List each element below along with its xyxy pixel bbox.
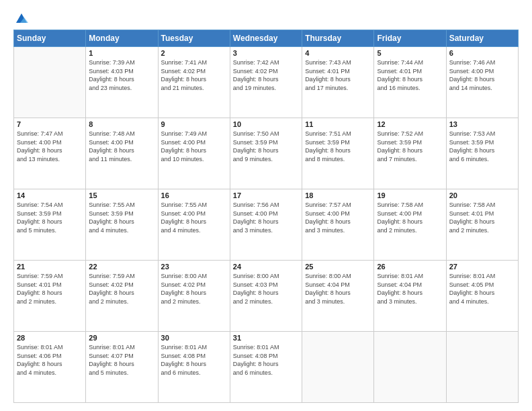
day-info: Sunrise: 7:49 AMSunset: 4:00 PMDaylight:… [161, 130, 227, 163]
day-number: 21 [17, 263, 83, 271]
calendar-cell: 23Sunrise: 8:00 AMSunset: 4:02 PMDayligh… [158, 261, 230, 332]
day-number: 20 [449, 191, 515, 199]
calendar-cell: 4Sunrise: 7:43 AMSunset: 4:01 PMDaylight… [302, 47, 374, 118]
calendar-cell: 10Sunrise: 7:50 AMSunset: 3:59 PMDayligh… [230, 118, 302, 189]
day-info: Sunrise: 7:39 AMSunset: 4:03 PMDaylight:… [89, 58, 154, 92]
calendar-cell: 18Sunrise: 7:57 AMSunset: 4:00 PMDayligh… [302, 189, 374, 261]
day-info: Sunrise: 7:58 AMSunset: 4:01 PMDaylight:… [449, 201, 515, 234]
day-number: 25 [305, 263, 371, 271]
calendar-cell: 21Sunrise: 7:59 AMSunset: 4:01 PMDayligh… [14, 261, 86, 332]
day-info: Sunrise: 7:46 AMSunset: 4:00 PMDaylight:… [449, 58, 515, 92]
day-info: Sunrise: 7:41 AMSunset: 4:02 PMDaylight:… [161, 58, 227, 92]
day-info: Sunrise: 7:55 AMSunset: 3:59 PMDaylight:… [89, 201, 154, 234]
day-number: 3 [233, 49, 299, 57]
day-number: 12 [377, 120, 443, 128]
day-number: 10 [233, 120, 299, 128]
day-number: 29 [89, 334, 154, 342]
calendar-cell: 17Sunrise: 7:56 AMSunset: 4:00 PMDayligh… [230, 189, 302, 261]
calendar-day-header: Wednesday [230, 30, 302, 47]
day-info: Sunrise: 8:01 AMSunset: 4:06 PMDaylight:… [17, 343, 83, 377]
calendar-cell: 20Sunrise: 7:58 AMSunset: 4:01 PMDayligh… [446, 189, 518, 261]
calendar-week-row: 14Sunrise: 7:54 AMSunset: 3:59 PMDayligh… [14, 189, 519, 261]
day-info: Sunrise: 7:58 AMSunset: 4:00 PMDaylight:… [377, 201, 443, 234]
calendar-cell: 15Sunrise: 7:55 AMSunset: 3:59 PMDayligh… [86, 189, 158, 261]
calendar-cell: 7Sunrise: 7:47 AMSunset: 4:00 PMDaylight… [14, 118, 86, 189]
day-number: 22 [89, 263, 154, 271]
calendar-cell [14, 47, 86, 118]
day-info: Sunrise: 8:01 AMSunset: 4:08 PMDaylight:… [161, 343, 227, 377]
calendar-day-header: Friday [374, 30, 446, 47]
day-info: Sunrise: 7:54 AMSunset: 3:59 PMDaylight:… [17, 201, 83, 234]
day-number: 19 [377, 191, 443, 199]
calendar-week-row: 1Sunrise: 7:39 AMSunset: 4:03 PMDaylight… [14, 47, 519, 118]
calendar-day-header: Tuesday [158, 30, 230, 47]
calendar-cell: 11Sunrise: 7:51 AMSunset: 3:59 PMDayligh… [302, 118, 374, 189]
calendar-day-header: Thursday [302, 30, 374, 47]
day-number: 6 [449, 49, 515, 57]
calendar-cell: 13Sunrise: 7:53 AMSunset: 3:59 PMDayligh… [446, 118, 518, 189]
calendar-week-row: 21Sunrise: 7:59 AMSunset: 4:01 PMDayligh… [14, 261, 519, 332]
day-info: Sunrise: 7:48 AMSunset: 4:00 PMDaylight:… [89, 130, 154, 163]
calendar-cell: 24Sunrise: 8:00 AMSunset: 4:03 PMDayligh… [230, 261, 302, 332]
day-info: Sunrise: 7:56 AMSunset: 4:00 PMDaylight:… [233, 201, 299, 234]
day-number: 2 [161, 49, 227, 57]
calendar-cell: 26Sunrise: 8:01 AMSunset: 4:04 PMDayligh… [374, 261, 446, 332]
day-info: Sunrise: 8:00 AMSunset: 4:02 PMDaylight:… [161, 272, 227, 306]
day-info: Sunrise: 7:55 AMSunset: 4:00 PMDaylight:… [161, 201, 227, 234]
calendar-cell: 19Sunrise: 7:58 AMSunset: 4:00 PMDayligh… [374, 189, 446, 261]
day-number: 7 [17, 120, 83, 128]
day-info: Sunrise: 7:43 AMSunset: 4:01 PMDaylight:… [305, 58, 371, 92]
calendar-cell: 5Sunrise: 7:44 AMSunset: 4:01 PMDaylight… [374, 47, 446, 118]
day-number: 14 [17, 191, 83, 199]
calendar-cell: 6Sunrise: 7:46 AMSunset: 4:00 PMDaylight… [446, 47, 518, 118]
day-number: 23 [161, 263, 227, 271]
calendar-table: SundayMondayTuesdayWednesdayThursdayFrid… [13, 30, 519, 403]
header [13, 12, 519, 23]
day-number: 27 [449, 263, 515, 271]
calendar-cell: 3Sunrise: 7:42 AMSunset: 4:02 PMDaylight… [230, 47, 302, 118]
day-number: 8 [89, 120, 154, 128]
day-number: 13 [449, 120, 515, 128]
day-info: Sunrise: 7:59 AMSunset: 4:02 PMDaylight:… [89, 272, 154, 306]
calendar-cell [302, 332, 374, 403]
day-number: 31 [233, 334, 299, 342]
day-number: 11 [305, 120, 371, 128]
calendar-cell: 30Sunrise: 8:01 AMSunset: 4:08 PMDayligh… [158, 332, 230, 403]
calendar-cell: 9Sunrise: 7:49 AMSunset: 4:00 PMDaylight… [158, 118, 230, 189]
day-info: Sunrise: 8:00 AMSunset: 4:03 PMDaylight:… [233, 272, 299, 306]
day-number: 16 [161, 191, 227, 199]
day-number: 9 [161, 120, 227, 128]
calendar-cell [446, 332, 518, 403]
day-number: 1 [89, 49, 154, 57]
logo [13, 12, 28, 23]
day-info: Sunrise: 7:59 AMSunset: 4:01 PMDaylight:… [17, 272, 83, 306]
day-info: Sunrise: 7:42 AMSunset: 4:02 PMDaylight:… [233, 58, 299, 92]
day-number: 17 [233, 191, 299, 199]
day-info: Sunrise: 8:01 AMSunset: 4:05 PMDaylight:… [449, 272, 515, 306]
calendar-header-row: SundayMondayTuesdayWednesdayThursdayFrid… [14, 30, 519, 47]
day-info: Sunrise: 7:52 AMSunset: 3:59 PMDaylight:… [377, 130, 443, 163]
calendar-week-row: 7Sunrise: 7:47 AMSunset: 4:00 PMDaylight… [14, 118, 519, 189]
day-info: Sunrise: 8:01 AMSunset: 4:08 PMDaylight:… [233, 343, 299, 377]
day-number: 24 [233, 263, 299, 271]
day-number: 5 [377, 49, 443, 57]
calendar-day-header: Saturday [446, 30, 518, 47]
calendar-cell: 16Sunrise: 7:55 AMSunset: 4:00 PMDayligh… [158, 189, 230, 261]
day-info: Sunrise: 8:01 AMSunset: 4:07 PMDaylight:… [89, 343, 154, 377]
day-info: Sunrise: 8:00 AMSunset: 4:04 PMDaylight:… [305, 272, 371, 306]
calendar-cell: 12Sunrise: 7:52 AMSunset: 3:59 PMDayligh… [374, 118, 446, 189]
calendar-day-header: Sunday [14, 30, 86, 47]
day-number: 30 [161, 334, 227, 342]
calendar-cell: 28Sunrise: 8:01 AMSunset: 4:06 PMDayligh… [14, 332, 86, 403]
day-info: Sunrise: 8:01 AMSunset: 4:04 PMDaylight:… [377, 272, 443, 306]
calendar-day-header: Monday [86, 30, 158, 47]
day-info: Sunrise: 7:47 AMSunset: 4:00 PMDaylight:… [17, 130, 83, 163]
day-number: 26 [377, 263, 443, 271]
day-info: Sunrise: 7:50 AMSunset: 3:59 PMDaylight:… [233, 130, 299, 163]
day-info: Sunrise: 7:51 AMSunset: 3:59 PMDaylight:… [305, 130, 371, 163]
calendar-week-row: 28Sunrise: 8:01 AMSunset: 4:06 PMDayligh… [14, 332, 519, 403]
day-number: 4 [305, 49, 371, 57]
day-number: 15 [89, 191, 154, 199]
day-number: 28 [17, 334, 83, 342]
calendar-cell: 27Sunrise: 8:01 AMSunset: 4:05 PMDayligh… [446, 261, 518, 332]
